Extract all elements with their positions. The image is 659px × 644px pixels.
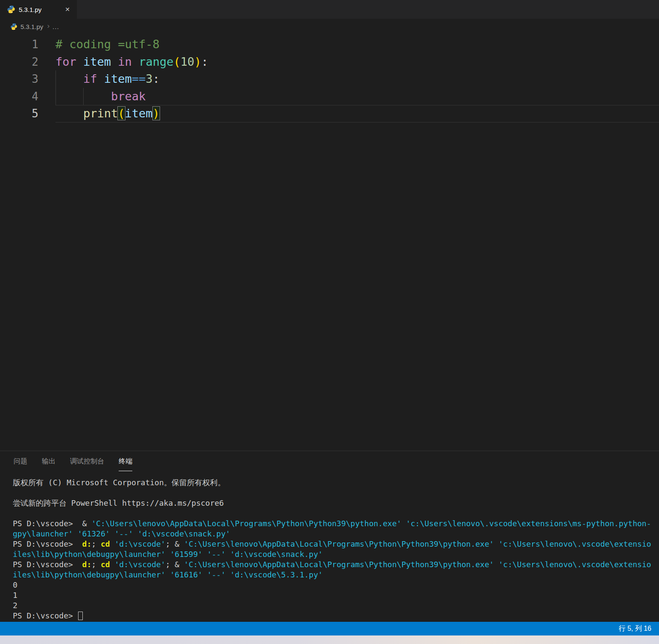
terminal-line: PS D:\vscode> d:; cd 'd:\vscode'; & 'C:\…: [13, 559, 659, 570]
tab-title: 5.3.1.py: [19, 6, 41, 13]
close-icon[interactable]: ✕: [63, 5, 72, 14]
panel-tab-bar: 问题输出调试控制台终端: [14, 457, 132, 471]
code-line: 5 print(item): [0, 105, 659, 122]
panel-tab-problems[interactable]: 问题: [14, 457, 27, 471]
terminal-line: PS D:\vscode>: [13, 611, 659, 621]
code-line: 1# coding =utf-8: [0, 36, 659, 53]
editor-tab-bar: 5.3.1.py ✕: [0, 0, 659, 19]
panel-tab-output[interactable]: 输出: [42, 457, 55, 471]
terminal-line: 1: [13, 590, 659, 600]
panel-tab-terminal[interactable]: 终端: [119, 457, 132, 471]
line-number: 5: [0, 105, 38, 122]
cursor-position-indicator[interactable]: 行 5, 列 16: [619, 624, 651, 633]
desktop-taskbar-strip: [0, 635, 659, 644]
terminal-line: PS D:\vscode> d:; cd 'd:\vscode'; & 'C:\…: [13, 539, 659, 549]
line-number: 1: [0, 36, 38, 53]
line-number: 3: [0, 70, 38, 88]
line-number: 4: [0, 88, 38, 105]
terminal-cursor: [78, 612, 83, 620]
terminal-line: iles\lib\python\debugpy\launcher' '61599…: [13, 549, 659, 559]
tab-5-3-1-py[interactable]: 5.3.1.py ✕: [0, 0, 77, 19]
terminal-line: iles\lib\python\debugpy\launcher' '61616…: [13, 570, 659, 580]
code-line: 2for item in range(10):: [0, 53, 659, 71]
terminal-line: 尝试新的跨平台 PowerShell https://aka.ms/pscore…: [13, 498, 659, 508]
code-line: 4 break: [0, 88, 659, 105]
terminal-line: 0: [13, 580, 659, 590]
terminal[interactable]: 版权所有 (C) Microsoft Corporation。保留所有权利。尝试…: [13, 478, 659, 621]
line-number: 2: [0, 53, 38, 71]
vscode-window: 5.3.1.py ✕ 5.3.1.py › ... 1# coding =utf…: [0, 0, 659, 644]
terminal-line: 2: [13, 600, 659, 611]
python-file-icon: [7, 5, 15, 14]
bottom-panel: 问题输出调试控制台终端 版权所有 (C) Microsoft Corporati…: [0, 451, 659, 622]
terminal-line: PS D:\vscode> & 'C:\Users\lenovo\AppData…: [13, 519, 659, 529]
status-bar: 行 5, 列 16: [0, 622, 659, 635]
code-editor[interactable]: 1# coding =utf-82for item in range(10):3…: [0, 34, 659, 451]
breadcrumb-ellipsis[interactable]: ...: [52, 23, 59, 30]
terminal-line: gpy\launcher' '61326' '--' 'd:\vscode\sn…: [13, 529, 659, 539]
code-line: 3 if item==3:: [0, 70, 659, 88]
breadcrumb-file[interactable]: 5.3.1.py: [20, 23, 43, 30]
terminal-line: 版权所有 (C) Microsoft Corporation。保留所有权利。: [13, 478, 659, 488]
terminal-line: [13, 488, 659, 498]
terminal-line: [13, 508, 659, 519]
breadcrumb[interactable]: 5.3.1.py › ...: [0, 19, 659, 34]
python-file-icon: [10, 23, 17, 30]
chevron-right-icon: ›: [47, 22, 50, 30]
panel-tab-debug-console[interactable]: 调试控制台: [70, 457, 104, 471]
